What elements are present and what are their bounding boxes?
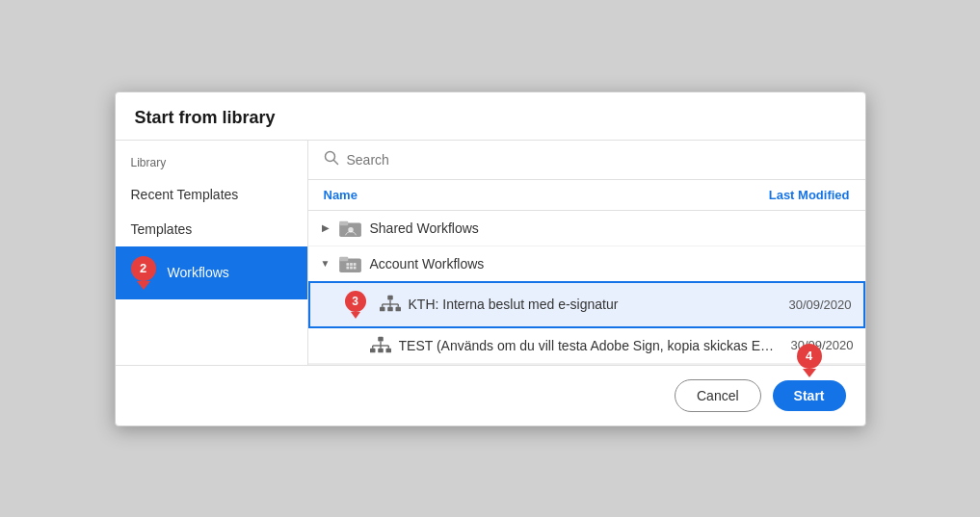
badge-3-triangle bbox=[351, 312, 360, 319]
sidebar-item-templates[interactable]: Templates bbox=[116, 212, 307, 246]
dialog-header: Start from library bbox=[116, 92, 865, 141]
folder-account-workflows: ▼ Account Workflows bbox=[308, 246, 865, 365]
start-button-wrap: 4 Start bbox=[773, 380, 846, 411]
folder-shared-workflows: ▶ Shared Workflows bbox=[308, 211, 865, 246]
svg-rect-11 bbox=[350, 266, 353, 269]
svg-rect-8 bbox=[350, 263, 353, 266]
account-workflows-label: Account Workflows bbox=[370, 256, 485, 271]
dialog-footer: Cancel 4 Start bbox=[116, 365, 865, 426]
sidebar: Library Recent Templates Templates 2 Wor… bbox=[116, 141, 308, 365]
test-item-label: TEST (Används om du vill testa Adobe Sig… bbox=[399, 338, 776, 353]
workflow-icon-kth bbox=[380, 295, 401, 314]
svg-rect-22 bbox=[378, 336, 384, 341]
badge-4-circle: 4 bbox=[797, 344, 822, 369]
sidebar-item-workflows-label: Workflows bbox=[168, 265, 229, 280]
badge-3-circle: 3 bbox=[345, 291, 366, 312]
table-header: Name Last Modified bbox=[308, 180, 865, 211]
dialog-title: Start from library bbox=[135, 108, 276, 127]
workflow-icon-test bbox=[370, 336, 391, 355]
svg-rect-16 bbox=[395, 307, 401, 312]
tree-item-kth[interactable]: 3 bbox=[308, 281, 865, 328]
svg-rect-12 bbox=[353, 266, 356, 269]
svg-rect-23 bbox=[370, 348, 376, 352]
shared-workflows-label: Shared Workflows bbox=[370, 220, 479, 236]
svg-rect-24 bbox=[378, 348, 384, 352]
badge-2-triangle bbox=[137, 281, 150, 290]
shared-folder-icon bbox=[339, 219, 362, 238]
svg-rect-14 bbox=[380, 307, 385, 312]
sidebar-section-label: Library bbox=[116, 156, 307, 177]
tree-item-test[interactable]: TEST (Används om du vill testa Adobe Sig… bbox=[308, 328, 865, 364]
tree-view: ▶ Shared Workflows ▼ bbox=[308, 211, 865, 365]
sidebar-item-workflows[interactable]: 2 Workflows bbox=[116, 246, 307, 299]
sidebar-item-recent-templates-label: Recent Templates bbox=[131, 187, 239, 202]
svg-rect-25 bbox=[385, 348, 391, 352]
search-bar bbox=[308, 141, 865, 180]
col-last-modified-header: Last Modified bbox=[769, 188, 850, 202]
step-2-badge: 2 bbox=[131, 256, 156, 290]
kth-item-label: KTH: Interna beslut med e-signatur bbox=[409, 297, 774, 312]
cancel-button[interactable]: Cancel bbox=[675, 379, 761, 412]
step-4-badge: 4 bbox=[797, 344, 822, 377]
start-from-library-dialog: Start from library Library Recent Templa… bbox=[115, 91, 866, 427]
badge-4-triangle bbox=[803, 369, 816, 377]
badge-2-circle: 2 bbox=[131, 256, 156, 281]
folder-shared-workflows-row[interactable]: ▶ Shared Workflows bbox=[308, 211, 865, 246]
step-3-badge: 3 bbox=[345, 291, 366, 319]
sidebar-item-recent-templates[interactable]: Recent Templates bbox=[116, 177, 307, 212]
svg-rect-15 bbox=[387, 307, 393, 312]
svg-line-1 bbox=[333, 160, 337, 164]
account-folder-icon bbox=[339, 254, 362, 273]
start-button[interactable]: Start bbox=[773, 380, 846, 411]
svg-rect-9 bbox=[353, 263, 356, 266]
col-name-header: Name bbox=[324, 188, 358, 202]
svg-rect-3 bbox=[339, 220, 348, 225]
kth-item-date: 30/09/2020 bbox=[788, 297, 851, 312]
search-icon bbox=[324, 150, 339, 169]
svg-rect-10 bbox=[346, 266, 349, 269]
shared-workflows-chevron: ▶ bbox=[320, 222, 331, 233]
search-input[interactable] bbox=[347, 152, 850, 168]
folder-account-workflows-row[interactable]: ▼ Account Workflows bbox=[308, 246, 865, 281]
svg-rect-13 bbox=[387, 296, 393, 300]
sidebar-item-templates-label: Templates bbox=[131, 221, 193, 237]
svg-rect-6 bbox=[339, 256, 348, 261]
dialog-body: Library Recent Templates Templates 2 Wor… bbox=[116, 141, 865, 365]
svg-rect-7 bbox=[346, 263, 349, 266]
main-content: Name Last Modified ▶ bbox=[308, 141, 865, 365]
account-workflows-chevron: ▼ bbox=[320, 258, 331, 269]
